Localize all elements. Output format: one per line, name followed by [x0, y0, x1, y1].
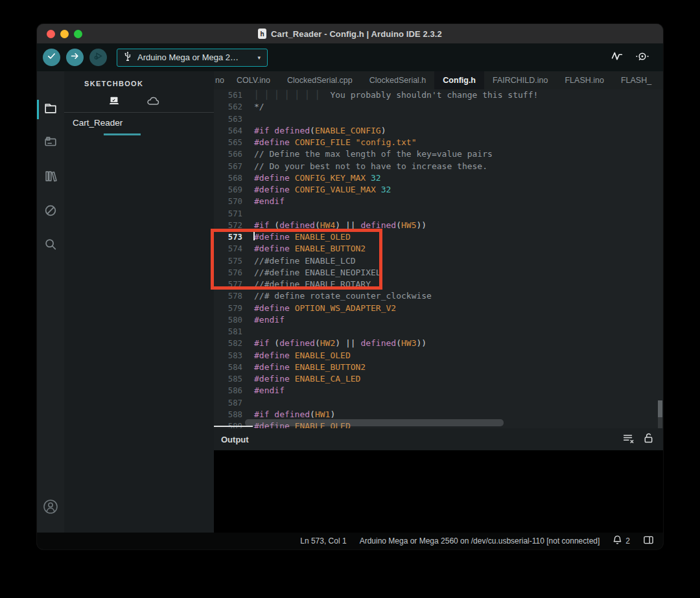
tab-colv-ino[interactable]: COLV.ino	[228, 71, 279, 89]
code-line[interactable]: 565#define CONFIG_FILE "config.txt"	[214, 137, 663, 148]
code-line[interactable]: 570#endif	[214, 196, 663, 207]
code-line[interactable]: 580#endif	[214, 314, 663, 326]
close-window-button[interactable]	[47, 30, 55, 38]
output-panel-content[interactable]	[214, 450, 663, 533]
tab-clockedserial-cpp[interactable]: ClockedSerial.cpp	[279, 71, 361, 89]
vertical-scrollbar[interactable]	[657, 89, 663, 428]
code-line[interactable]: 584#define ENABLE_BUTTON2	[214, 362, 663, 373]
line-number[interactable]: 587	[214, 397, 254, 409]
sidebar-item-library-manager[interactable]	[37, 164, 64, 191]
local-sketchbook-tab[interactable]	[106, 96, 122, 109]
toggle-panel-icon[interactable]	[643, 535, 654, 547]
right-arrow-icon	[70, 51, 80, 63]
line-number[interactable]: 585	[214, 373, 254, 385]
line-number[interactable]: 581	[214, 326, 254, 338]
arduino-ide-window: h Cart_Reader - Config.h | Arduino IDE 2…	[37, 24, 663, 549]
code-line[interactable]: 579#define OPTION_WS_ADAPTER_V2	[214, 303, 663, 314]
line-number[interactable]: 569	[214, 184, 254, 196]
editor-tab-bar: noCOLV.inoClockedSerial.cppClockedSerial…	[214, 71, 663, 89]
debug-button[interactable]	[89, 49, 107, 66]
sidebar-item-sketchbook[interactable]	[37, 96, 64, 123]
serial-monitor-icon[interactable]	[635, 49, 650, 66]
tab-clockedserial-h[interactable]: ClockedSerial.h	[361, 71, 435, 89]
code-text: #define ENABLE_OLED	[254, 350, 663, 362]
zoom-window-button[interactable]	[74, 30, 82, 38]
line-number[interactable]: 580	[214, 314, 254, 326]
active-tab-indicator	[37, 100, 39, 119]
line-number[interactable]: 565	[214, 137, 254, 148]
notification-count: 2	[625, 536, 630, 546]
upload-button[interactable]	[66, 49, 84, 66]
code-line[interactable]: 561│ │ │ │ │ │ │ You probably shouldn't …	[214, 89, 663, 101]
code-line[interactable]: 571	[214, 208, 663, 220]
line-number[interactable]: 568	[214, 172, 254, 184]
sidebar-item-boards-manager[interactable]	[37, 130, 64, 157]
notifications[interactable]: 2	[612, 535, 630, 547]
sketch-list-item[interactable]: Cart_Reader	[73, 118, 122, 128]
debug-disabled-icon	[43, 203, 58, 220]
board-icon	[43, 135, 58, 152]
status-bar: Ln 573, Col 1 Arduino Mega or Mega 2560 …	[37, 533, 663, 549]
line-number[interactable]: 586	[214, 385, 254, 397]
panel-divider	[64, 112, 214, 113]
serial-plotter-icon[interactable]	[610, 49, 624, 66]
code-line[interactable]: 587	[214, 397, 663, 409]
more-tabs-button[interactable]: ···	[660, 71, 663, 89]
tab-config-h[interactable]: Config.h	[434, 71, 484, 89]
line-number[interactable]: 561	[214, 89, 254, 101]
code-text	[254, 208, 663, 220]
lock-open-icon[interactable]	[643, 432, 654, 446]
sidebar-item-search[interactable]	[37, 232, 64, 259]
code-line[interactable]: 566// Define the max length of the key=v…	[214, 148, 663, 160]
line-number[interactable]: 566	[214, 148, 254, 160]
sidebar-item-debug[interactable]	[37, 198, 64, 225]
bell-icon	[612, 535, 622, 547]
vertical-scrollbar-thumb[interactable]	[658, 400, 662, 417]
code-line[interactable]: 585#define ENABLE_CA_LED	[214, 373, 663, 385]
title-bar[interactable]: h Cart_Reader - Config.h | Arduino IDE 2…	[37, 24, 663, 44]
line-number[interactable]: 562	[214, 101, 254, 113]
code-line[interactable]: 563	[214, 113, 663, 125]
code-text: // Define the max length of the key=valu…	[254, 148, 663, 160]
code-line[interactable]: 586#endif	[214, 385, 663, 397]
code-line[interactable]: 568#define CONFIG_KEY_MAX 32	[214, 172, 663, 184]
account-button[interactable]	[37, 495, 64, 521]
code-text: #define ENABLE_BUTTON2	[254, 362, 663, 373]
board-port-status[interactable]: Arduino Mega or Mega 2560 on /dev/cu.usb…	[360, 536, 600, 546]
code-text: #define CONFIG_FILE "config.txt"	[254, 137, 663, 148]
line-number[interactable]: 571	[214, 208, 254, 220]
tab-no[interactable]: no	[214, 71, 228, 89]
line-number[interactable]: 563	[214, 113, 254, 125]
tab-fairchild-ino[interactable]: FAIRCHILD.ino	[484, 71, 556, 89]
horizontal-scrollbar-thumb[interactable]	[245, 419, 504, 426]
clear-output-icon[interactable]	[622, 433, 635, 446]
line-number[interactable]: 564	[214, 125, 254, 137]
code-line[interactable]: 578//# define rotate_counter_clockwise	[214, 290, 663, 302]
code-line[interactable]: 581	[214, 326, 663, 338]
board-selector-dropdown[interactable]: Arduino Mega or Mega 2… ▾	[117, 49, 268, 67]
overview-ruler-mark	[658, 417, 662, 428]
code-text: */	[254, 101, 663, 113]
tab-flash_[interactable]: FLASH_	[612, 71, 660, 89]
cloud-sketchbook-tab[interactable]	[145, 96, 161, 109]
cursor-position[interactable]: Ln 573, Col 1	[300, 536, 346, 546]
code-line[interactable]: 583#define ENABLE_OLED	[214, 350, 663, 362]
tab-flash-ino[interactable]: FLASH.ino	[556, 71, 612, 89]
line-number[interactable]: 584	[214, 362, 254, 373]
line-number[interactable]: 578	[214, 290, 254, 302]
code-line[interactable]: 582#if (defined(HW2) || defined(HW3))	[214, 338, 663, 349]
code-line[interactable]: 567// Do your best not to have to increa…	[214, 161, 663, 172]
line-number[interactable]: 570	[214, 196, 254, 207]
line-number[interactable]: 567	[214, 161, 254, 172]
minimize-window-button[interactable]	[60, 30, 69, 38]
line-number[interactable]: 579	[214, 303, 254, 314]
verify-button[interactable]	[43, 49, 60, 66]
code-line[interactable]: 562*/	[214, 101, 663, 113]
code-line[interactable]: 564#if defined(ENABLE_CONFIG)	[214, 125, 663, 137]
code-text	[254, 397, 663, 409]
line-number[interactable]: 582	[214, 338, 254, 349]
header-file-icon: h	[258, 29, 266, 39]
code-line[interactable]: 569#define CONFIG_VALUE_MAX 32	[214, 184, 663, 196]
code-text: //# define rotate_counter_clockwise	[254, 290, 663, 302]
line-number[interactable]: 583	[214, 350, 254, 362]
